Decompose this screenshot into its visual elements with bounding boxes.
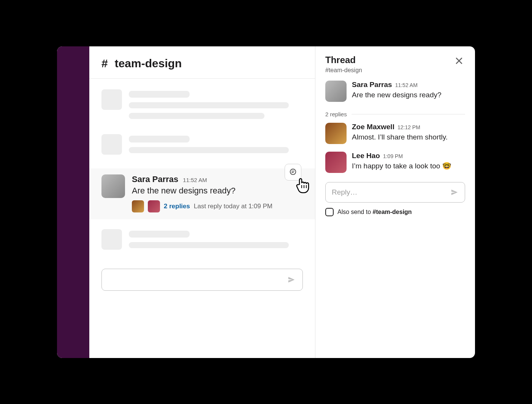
- also-send-label: Also send to: [337, 209, 373, 215]
- placeholder-lines: [129, 89, 303, 124]
- hash-icon: #: [101, 57, 108, 70]
- also-send-checkbox[interactable]: Also send to #team-design: [325, 208, 465, 216]
- thread-parent-message: Sara Parras 11:52 AM Are the new designs…: [325, 81, 465, 102]
- channel-name: team-design: [115, 57, 182, 70]
- reply-avatar: [132, 200, 144, 212]
- thread-pane: Thread #team-design Sara Parras 11:52 AM…: [315, 46, 475, 358]
- message-author[interactable]: Zoe Maxwell: [352, 123, 394, 131]
- start-thread-button[interactable]: [285, 164, 301, 181]
- thread-reply: Zoe Maxwell 12:12 PM Almost. I’ll share …: [325, 123, 465, 144]
- placeholder-avatar: [101, 229, 122, 250]
- thread-reply: Lee Hao 1:09 PM I’m happy to take a look…: [325, 152, 465, 173]
- message-text: Are the new designs ready?: [132, 186, 303, 196]
- channel-header: # team-design: [89, 46, 315, 79]
- message-text: I’m happy to take a look too 🤓: [352, 161, 465, 171]
- message-timestamp: 11:52 AM: [395, 82, 418, 88]
- close-thread-button[interactable]: [453, 55, 465, 69]
- workspace-sidebar: [57, 46, 89, 358]
- message-text: Almost. I’ll share them shortly.: [352, 132, 465, 143]
- channel-pane: # team-design: [89, 46, 315, 358]
- send-icon[interactable]: [450, 188, 459, 196]
- avatar[interactable]: [325, 152, 347, 173]
- placeholder-message: [89, 89, 315, 134]
- placeholder-lines: [129, 134, 303, 158]
- message[interactable]: Sara Parras 11:52 AM Are the new designs…: [89, 168, 315, 219]
- message-list: Sara Parras 11:52 AM Are the new designs…: [89, 79, 315, 358]
- thread-icon: [289, 168, 297, 176]
- placeholder-lines: [129, 229, 303, 253]
- app-window: # team-design: [57, 46, 475, 358]
- reply-placeholder: Reply…: [332, 188, 358, 196]
- close-icon: [454, 56, 464, 65]
- avatar[interactable]: [325, 81, 347, 102]
- message-timestamp: 11:52 AM: [183, 177, 207, 183]
- also-send-channel: #team-design: [373, 209, 412, 215]
- thread-subtitle: #team-design: [325, 67, 362, 74]
- message-text: Are the new designs ready?: [352, 90, 465, 100]
- send-icon[interactable]: [287, 276, 296, 284]
- avatar[interactable]: [101, 174, 125, 198]
- placeholder-avatar: [101, 134, 122, 155]
- reply-avatar: [148, 200, 160, 212]
- thread-title: Thread: [325, 55, 362, 65]
- message-author[interactable]: Sara Parras: [352, 81, 392, 89]
- message-timestamp: 12:12 PM: [397, 124, 420, 130]
- avatar[interactable]: [325, 123, 347, 144]
- message-timestamp: 1:09 PM: [383, 153, 403, 159]
- message-author[interactable]: Sara Parras: [132, 174, 178, 184]
- thread-summary[interactable]: 2 replies Last reply today at 1:09 PM: [132, 200, 303, 212]
- replies-divider: 2 replies: [325, 111, 465, 117]
- svg-point-0: [290, 169, 296, 174]
- message-author[interactable]: Lee Hao: [352, 152, 380, 160]
- message-compose-input[interactable]: [101, 269, 303, 291]
- reply-count[interactable]: 2 replies: [164, 203, 190, 210]
- placeholder-message: [89, 219, 315, 263]
- last-reply-time: Last reply today at 1:09 PM: [194, 203, 272, 210]
- placeholder-avatar: [101, 89, 122, 110]
- checkbox-icon[interactable]: [325, 208, 334, 216]
- placeholder-message: [89, 134, 315, 168]
- thread-reply-input[interactable]: Reply…: [325, 182, 465, 203]
